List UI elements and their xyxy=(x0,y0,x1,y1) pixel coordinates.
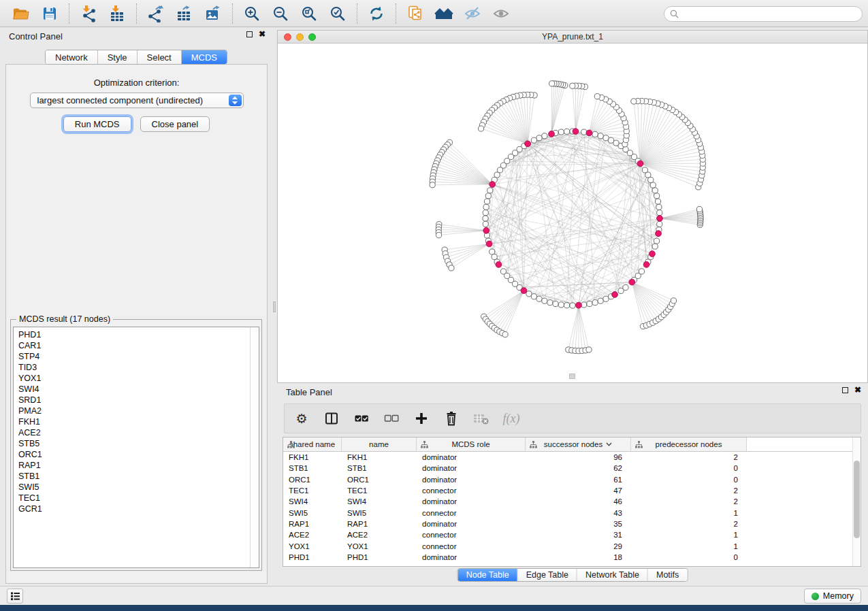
table-row[interactable]: SWI4SWI4dominator462 xyxy=(283,496,861,507)
tab-network-table[interactable]: Network Table xyxy=(577,569,648,581)
refresh-icon[interactable] xyxy=(367,4,386,23)
mcds-result-item[interactable]: PHD1 xyxy=(18,329,259,340)
table-row[interactable]: PHD1PHD1dominator180 xyxy=(283,552,861,563)
table-scrollbar-thumb[interactable] xyxy=(854,461,860,538)
mcds-result-item[interactable]: SWI5 xyxy=(18,482,259,493)
float-panel-icon[interactable] xyxy=(246,31,253,37)
column-header-successor-nodes[interactable]: successor nodes xyxy=(526,437,631,451)
table-row[interactable]: SWI5SWI5connector431 xyxy=(283,507,861,518)
tab-node-table[interactable]: Node Table xyxy=(458,569,518,581)
show-panels-button[interactable] xyxy=(7,589,23,604)
minimize-traffic-light[interactable] xyxy=(296,33,304,41)
save-session-icon[interactable] xyxy=(40,4,59,23)
search-box[interactable] xyxy=(664,6,863,22)
zoom-fit-icon[interactable] xyxy=(300,4,319,23)
mcds-result-item[interactable]: GCR1 xyxy=(18,503,259,514)
run-mcds-button[interactable]: Run MCDS xyxy=(63,116,131,132)
table-scrollbar[interactable] xyxy=(852,437,861,566)
mcds-result-item[interactable]: STP4 xyxy=(18,351,259,362)
export-network-icon[interactable] xyxy=(146,4,165,23)
import-network-icon[interactable] xyxy=(79,4,98,23)
close-panel-button[interactable]: Close panel xyxy=(140,116,210,132)
column-header-MCDS-role[interactable]: MCDS role xyxy=(417,437,526,451)
tab-style[interactable]: Style xyxy=(98,50,138,64)
cell-MCDS-role: dominator xyxy=(417,476,526,484)
memory-button[interactable]: Memory xyxy=(804,589,861,604)
vertical-splitter[interactable] xyxy=(272,27,277,586)
mcds-result-item[interactable]: PMA2 xyxy=(18,406,259,416)
export-table-icon[interactable] xyxy=(175,4,194,23)
column-header-shared-name[interactable]: shared name xyxy=(283,437,342,451)
close-panel-icon[interactable]: ✖ xyxy=(259,31,266,37)
network-titlebar[interactable]: YPA_prune.txt_1 xyxy=(278,31,867,44)
mcds-result-item[interactable]: SRD1 xyxy=(18,395,259,406)
mcds-result-item[interactable]: STB1 xyxy=(18,471,259,482)
hide-selected-icon[interactable] xyxy=(463,4,482,23)
export-image-icon[interactable] xyxy=(204,4,223,23)
tab-motifs[interactable]: Motifs xyxy=(648,569,687,581)
splitter-grip[interactable] xyxy=(273,301,276,312)
mcds-result-item[interactable]: ACE2 xyxy=(18,427,259,438)
table-header-row: shared namenameMCDS rolesuccessor nodesp… xyxy=(283,437,861,452)
tab-select[interactable]: Select xyxy=(138,50,182,64)
cell-MCDS-role: connector xyxy=(417,509,526,517)
toolbar-separator xyxy=(136,3,137,24)
column-type-icon xyxy=(421,441,428,448)
cell-MCDS-role: connector xyxy=(417,542,526,550)
float-table-panel-icon[interactable] xyxy=(842,387,848,393)
mcds-result-item[interactable]: YOX1 xyxy=(18,373,259,384)
cell-name: TEC1 xyxy=(342,486,417,495)
cell-predecessor-nodes: 1 xyxy=(631,531,747,539)
criterion-dropdown[interactable]: largest connected component (undirected) xyxy=(30,93,244,108)
table-row[interactable]: ACE2ACE2connector311 xyxy=(283,529,861,540)
zoom-traffic-light[interactable] xyxy=(308,33,316,41)
table-settings-icon[interactable]: ⚙ xyxy=(293,410,310,427)
cell-successor-nodes: 62 xyxy=(526,464,631,472)
column-label: successor nodes xyxy=(544,440,602,448)
select-all-icon[interactable] xyxy=(353,410,370,427)
tab-mcds[interactable]: MCDS xyxy=(182,50,227,64)
close-traffic-light[interactable] xyxy=(284,33,291,41)
duplicate-network-icon[interactable] xyxy=(406,4,425,23)
deselect-all-icon[interactable] xyxy=(383,410,400,427)
mcds-result-item[interactable]: TEC1 xyxy=(18,493,259,503)
tab-edge-table[interactable]: Edge Table xyxy=(518,569,577,581)
network-graph[interactable] xyxy=(278,44,867,382)
tab-network[interactable]: Network xyxy=(46,50,98,64)
mcds-list-scrollbar[interactable] xyxy=(250,327,259,567)
table-row[interactable]: YOX1YOX1connector291 xyxy=(283,540,861,551)
mcds-result-item[interactable]: RAP1 xyxy=(18,460,259,471)
cell-name: PHD1 xyxy=(342,553,417,561)
mcds-result-item[interactable]: CAR1 xyxy=(18,340,259,351)
zoom-in-icon[interactable] xyxy=(242,4,261,23)
first-neighbors-icon[interactable] xyxy=(434,4,453,23)
table-row[interactable]: ORC1ORC1dominator610 xyxy=(283,474,861,485)
show-columns-icon[interactable] xyxy=(323,410,340,427)
zoom-selected-icon[interactable] xyxy=(328,4,347,23)
birdseye-handle[interactable] xyxy=(569,374,575,379)
table-row[interactable]: TEC1TEC1connector472 xyxy=(283,485,861,496)
network-canvas[interactable] xyxy=(278,44,867,382)
import-table-icon[interactable] xyxy=(108,4,127,23)
mcds-result-item[interactable]: ORC1 xyxy=(18,449,259,460)
cell-successor-nodes: 46 xyxy=(526,497,631,506)
mcds-result-list[interactable]: PHD1CAR1STP4TID3YOX1SWI4SRD1PMA2FKH1ACE2… xyxy=(13,327,259,568)
status-bar: Memory xyxy=(0,586,868,605)
open-session-icon[interactable] xyxy=(12,4,31,23)
add-column-icon[interactable] xyxy=(413,410,430,427)
show-all-icon[interactable] xyxy=(492,4,511,23)
column-header-predecessor-nodes[interactable]: predecessor nodes xyxy=(631,437,747,451)
mcds-result-item[interactable]: SWI4 xyxy=(18,384,259,395)
table-row[interactable]: STB1STB1dominator620 xyxy=(283,463,861,474)
mcds-result-item[interactable]: FKH1 xyxy=(18,416,259,427)
mcds-result-item[interactable]: STB5 xyxy=(18,438,259,449)
delete-column-icon[interactable] xyxy=(443,410,460,427)
cell-name: STB1 xyxy=(342,464,417,472)
mcds-result-item[interactable]: TID3 xyxy=(18,362,259,373)
search-input[interactable] xyxy=(682,10,846,19)
table-row[interactable]: FKH1FKH1dominator962 xyxy=(283,452,861,463)
table-row[interactable]: RAP1RAP1dominator352 xyxy=(283,518,861,529)
column-header-name[interactable]: name xyxy=(342,437,417,451)
zoom-out-icon[interactable] xyxy=(271,4,290,23)
close-table-panel-icon[interactable]: ✖ xyxy=(854,386,861,393)
